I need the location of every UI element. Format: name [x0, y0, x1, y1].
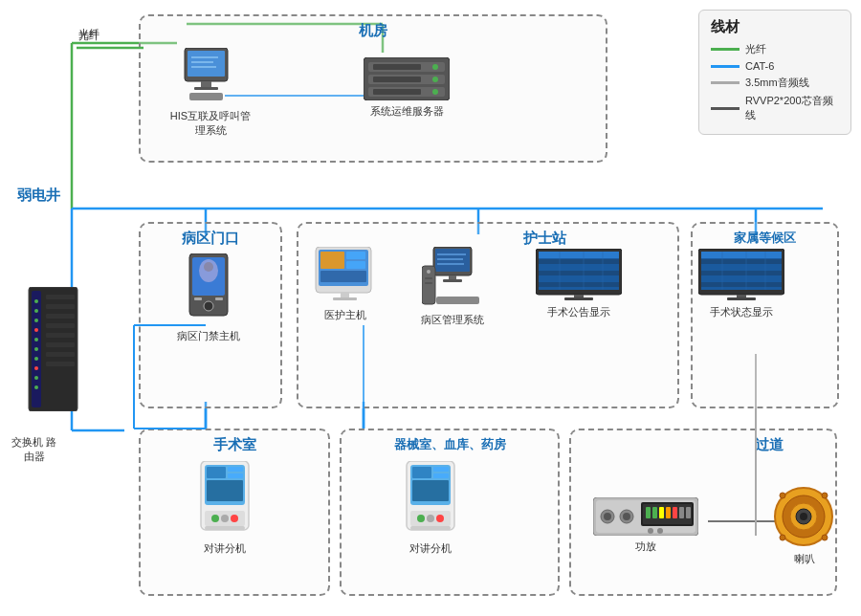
svg-rect-32 — [373, 89, 421, 95]
intercom2-device: 对讲分机 — [402, 461, 459, 556]
svg-rect-120 — [433, 467, 449, 472]
svg-point-35 — [34, 299, 38, 303]
ward-mgmt-label: 病区管理系统 — [421, 313, 484, 327]
svg-point-133 — [623, 513, 630, 520]
svg-rect-85 — [539, 271, 619, 275]
legend-item-audio35: 3.5mm音频线 — [711, 76, 839, 90]
shoushu-title: 手术室 — [213, 436, 256, 454]
nurse-monitor-label: 医护主机 — [324, 308, 366, 322]
legend-item-rvvp: RVVP2*200芯音频线 — [711, 94, 839, 122]
svg-point-150 — [780, 493, 785, 498]
svg-point-136 — [648, 528, 653, 534]
svg-point-76 — [427, 270, 430, 274]
audio35-line-icon — [711, 81, 740, 84]
svg-point-114 — [221, 515, 229, 522]
cat6-label: CAT-6 — [745, 60, 774, 72]
svg-rect-98 — [701, 271, 782, 275]
svg-point-39 — [34, 338, 38, 341]
svg-rect-100 — [701, 282, 782, 287]
svg-rect-58 — [194, 297, 202, 300]
door-panel-label: 病区门禁主机 — [177, 329, 240, 343]
svg-rect-109 — [228, 467, 243, 472]
cat6-line-icon — [711, 65, 740, 68]
svg-point-153 — [822, 535, 828, 540]
server-icon — [364, 57, 450, 100]
intercom2-label: 对讲分机 — [409, 541, 452, 556]
svg-rect-139 — [652, 507, 657, 518]
svg-point-43 — [34, 376, 38, 380]
svg-rect-17 — [201, 81, 211, 87]
svg-rect-69 — [435, 249, 470, 272]
svg-point-149 — [800, 513, 807, 520]
svg-point-124 — [417, 515, 425, 522]
door-panel-device: 病区门禁主机 — [177, 253, 240, 343]
svg-rect-127 — [410, 526, 451, 530]
his-device: HIS互联及呼叫管理系统 — [167, 48, 254, 138]
svg-rect-51 — [46, 352, 75, 357]
svg-rect-45 — [46, 295, 75, 299]
switch-label: 交换机 路由器 — [8, 435, 60, 464]
ward-mgmt-device: 病区管理系统 — [421, 247, 484, 327]
svg-rect-144 — [686, 507, 691, 518]
svg-rect-111 — [207, 480, 243, 501]
svg-rect-52 — [46, 362, 75, 366]
svg-point-29 — [432, 89, 438, 95]
svg-rect-83 — [539, 259, 619, 264]
qixie-title: 器械室、血库、药房 — [394, 436, 506, 453]
svg-rect-62 — [320, 252, 344, 269]
speaker-label: 喇叭 — [794, 552, 815, 566]
svg-rect-77 — [425, 277, 432, 279]
svg-point-36 — [34, 309, 38, 313]
svg-point-113 — [211, 515, 219, 522]
svg-rect-47 — [46, 314, 75, 319]
svg-point-37 — [34, 319, 38, 322]
his-icon — [180, 48, 242, 105]
svg-rect-92 — [564, 297, 593, 300]
guodao-title: 过道 — [755, 436, 784, 454]
svg-rect-97 — [701, 265, 782, 270]
svg-rect-82 — [539, 252, 619, 258]
intercom1-icon — [196, 461, 254, 538]
intercom1-device: 对讲分机 — [196, 461, 254, 556]
surgery-status-icon — [698, 249, 784, 301]
svg-point-151 — [822, 493, 828, 498]
svg-rect-116 — [205, 526, 245, 530]
svg-rect-49 — [46, 333, 75, 338]
svg-rect-59 — [215, 297, 223, 300]
svg-rect-121 — [433, 473, 449, 478]
fiber-top-label: 光纤 — [78, 29, 99, 43]
speaker-device: 喇叭 — [773, 486, 835, 566]
fiber-label: 光纤 — [745, 42, 766, 56]
svg-rect-30 — [373, 64, 421, 70]
amp-label: 功放 — [635, 539, 656, 554]
svg-point-42 — [34, 366, 38, 370]
ruodian-label: 弱电井 — [17, 187, 60, 205]
svg-rect-78 — [425, 282, 432, 284]
svg-point-152 — [780, 535, 785, 540]
svg-point-57 — [204, 262, 213, 272]
legend-item-cat6: CAT-6 — [711, 60, 839, 72]
amp-icon — [593, 497, 698, 536]
rvvp-label: RVVP2*200芯音频线 — [745, 94, 839, 122]
amp-device: 功放 — [593, 497, 698, 554]
jiashu-title: 家属等候区 — [734, 230, 796, 247]
svg-point-126 — [436, 515, 444, 522]
audio35-label: 3.5mm音频线 — [745, 76, 809, 90]
surgery-status-device: 手术状态显示 — [698, 249, 784, 319]
intercom2-icon — [402, 461, 459, 538]
svg-rect-122 — [412, 480, 449, 501]
svg-point-131 — [604, 513, 611, 520]
svg-rect-143 — [679, 507, 684, 518]
svg-rect-84 — [539, 265, 619, 270]
svg-rect-110 — [228, 473, 243, 478]
fiber-line-icon — [711, 48, 740, 51]
surgery-display-label: 手术公告显示 — [547, 305, 610, 319]
svg-rect-74 — [443, 279, 462, 282]
server-label: 系统运维服务器 — [370, 104, 444, 119]
svg-rect-95 — [701, 252, 782, 258]
svg-point-40 — [34, 347, 38, 351]
svg-rect-96 — [701, 259, 782, 264]
rack-icon — [27, 287, 79, 411]
svg-rect-67 — [333, 297, 357, 300]
svg-rect-18 — [194, 87, 218, 90]
